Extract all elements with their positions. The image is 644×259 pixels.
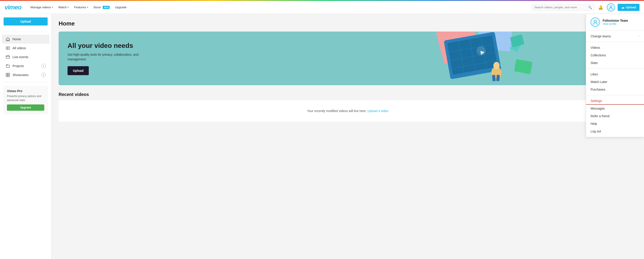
dropdown-profile: Foliovision Team View profile xyxy=(586,14,644,31)
dropdown-username: Foliovision Team xyxy=(603,19,628,22)
avatar[interactable] xyxy=(607,3,615,12)
view-profile-link[interactable]: View profile xyxy=(603,22,628,26)
dropdown-help-item[interactable]: Help xyxy=(586,120,644,128)
chevron-down-icon: ▾ xyxy=(68,6,69,8)
dropdown-avatar xyxy=(590,18,600,27)
dropdown-section-content: Videos Collections Stats xyxy=(586,42,644,69)
nav-upgrade[interactable]: Upgrade xyxy=(113,4,129,10)
dropdown-messages-item[interactable]: Messages xyxy=(586,105,644,112)
dropdown-section-saved: Likes Watch Later Purchases xyxy=(586,69,644,95)
search-input[interactable] xyxy=(534,6,588,9)
dropdown-watch-later-item[interactable]: Watch Later xyxy=(586,78,644,86)
header: vimeo Manage videos ▾ Watch ▾ Features ▾… xyxy=(0,1,644,14)
chevron-down-icon: ▾ xyxy=(87,6,88,8)
svg-point-25 xyxy=(594,20,596,22)
chevron-right-icon: › xyxy=(639,35,640,38)
nav-stock[interactable]: Stock NEW xyxy=(91,4,112,10)
change-teams-item[interactable]: Change teams › xyxy=(586,32,644,40)
upload-icon: ☁ xyxy=(621,6,624,9)
upload-header-button[interactable]: ☁ Upload xyxy=(618,4,640,11)
main-nav: Manage videos ▾ Watch ▾ Features ▾ Stock… xyxy=(28,4,532,10)
search-icon: 🔍 xyxy=(588,6,592,9)
dropdown-logout-item[interactable]: Log out xyxy=(586,128,644,135)
nav-watch[interactable]: Watch ▾ xyxy=(56,4,71,10)
dropdown-user-info: Foliovision Team View profile xyxy=(603,19,628,26)
new-badge: NEW xyxy=(103,6,110,9)
nav-manage-videos[interactable]: Manage videos ▾ xyxy=(28,4,55,10)
dropdown-purchases-item[interactable]: Purchases xyxy=(586,86,644,93)
chevron-down-icon: ▾ xyxy=(52,6,53,8)
dropdown-videos-item[interactable]: Videos xyxy=(586,44,644,52)
vimeo-logo[interactable]: vimeo xyxy=(4,4,22,11)
svg-point-0 xyxy=(610,6,612,8)
user-dropdown-menu: Foliovision Team View profile Change tea… xyxy=(586,14,644,137)
dropdown-likes-item[interactable]: Likes xyxy=(586,70,644,78)
nav-features[interactable]: Features ▾ xyxy=(72,4,90,10)
notification-bell-icon[interactable]: 🔔 xyxy=(597,4,604,11)
dropdown-stats-item[interactable]: Stats xyxy=(586,59,644,67)
dropdown-refer-item[interactable]: Refer a friend xyxy=(586,112,644,120)
dropdown-section-teams: Change teams › xyxy=(586,31,644,42)
header-right: 🔍 🔔 ☁ Upload xyxy=(532,3,640,12)
dropdown-collections-item[interactable]: Collections xyxy=(586,52,644,59)
dropdown-section-account: Settings Messages Refer a friend Help Lo… xyxy=(586,95,644,137)
search-box[interactable]: 🔍 xyxy=(532,4,594,10)
dropdown-settings-item[interactable]: Settings xyxy=(586,97,644,105)
dropdown-overlay[interactable] xyxy=(0,14,586,259)
